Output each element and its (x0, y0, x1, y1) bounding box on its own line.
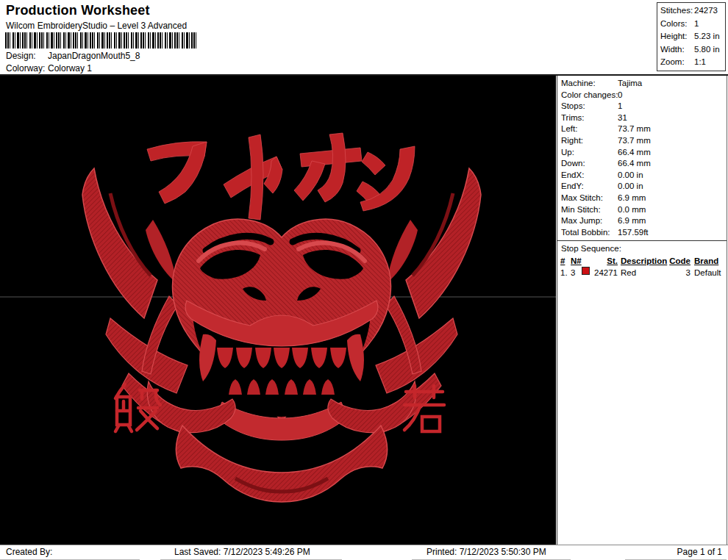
created-by-label: Created By: (0, 545, 140, 560)
page-number: Page 1 of 1 (625, 545, 727, 560)
colorway-row: Colorway: Colorway 1 (6, 63, 45, 73)
page-title: Production Worksheet (6, 3, 150, 18)
param-endx: EndX:0.00 in (561, 170, 727, 182)
param-max-jump: Max Jump:6.9 mm (561, 215, 727, 227)
param-color-changes: Color changes:0 (561, 90, 727, 101)
param-trims: Trims:31 (561, 112, 727, 124)
production-worksheet-page: Production Worksheet Wilcom EmbroiderySt… (0, 0, 728, 560)
machine-info-panel: Machine:Tajima Color changes:0 Stops:1 T… (557, 76, 727, 545)
barcode-image (5, 32, 199, 49)
stop-sequence-row: 1. 3 24271 Red 3 Default (557, 267, 727, 279)
embroidery-design-oni-mask (0, 76, 556, 545)
stat-stitches: Stitches:24273 (660, 4, 725, 18)
param-min-stitch: Min Stitch:0.0 mm (561, 204, 727, 216)
stop-sequence-header: # N# St. Description Code Brand (557, 255, 727, 267)
design-value: JapanDragonMouth5_8 (48, 51, 140, 61)
design-canvas (0, 76, 556, 545)
machine-parameters: Machine:Tajima Color changes:0 Stops:1 T… (557, 76, 727, 238)
param-total-bobbin: Total Bobbin:157.59ft (561, 227, 727, 239)
param-max-stitch: Max Stitch:6.9 mm (561, 193, 727, 204)
stat-zoom: Zoom:1:1 (660, 56, 725, 69)
param-machine: Machine:Tajima (561, 78, 727, 90)
param-up: Up:66.4 mm (561, 147, 727, 159)
param-left: Left:73.7 mm (561, 123, 727, 135)
stat-width: Width:5.80 in (660, 43, 725, 57)
app-subtitle: Wilcom EmbroideryStudio – Level 3 Advanc… (6, 21, 187, 31)
design-stats-box: Stitches:24273 Colors:1 Height:5.23 in W… (657, 2, 726, 71)
param-down: Down:66.4 mm (561, 158, 727, 170)
header: Production Worksheet Wilcom EmbroiderySt… (0, 0, 728, 76)
param-right: Right:73.7 mm (561, 135, 727, 147)
param-endy: EndY:0.00 in (561, 181, 727, 193)
stat-colors: Colors:1 (660, 18, 725, 31)
design-name-row: Design: JapanDragonMouth5_8 (6, 51, 36, 61)
stat-height: Height:5.23 in (660, 30, 725, 43)
colorway-label: Colorway: (6, 63, 45, 73)
printed-label: Printed: 7/12/2023 5:50:30 PM (412, 545, 571, 560)
last-saved-label: Last Saved: 7/12/2023 5:49:26 PM (160, 545, 342, 560)
footer: Created By: Last Saved: 7/12/2023 5:49:2… (0, 545, 728, 560)
design-label: Design: (6, 51, 36, 61)
colorway-value: Colorway 1 (48, 63, 92, 73)
param-stops: Stops:1 (561, 101, 727, 112)
stop-sequence-title: Stop Sequence: (557, 241, 727, 255)
